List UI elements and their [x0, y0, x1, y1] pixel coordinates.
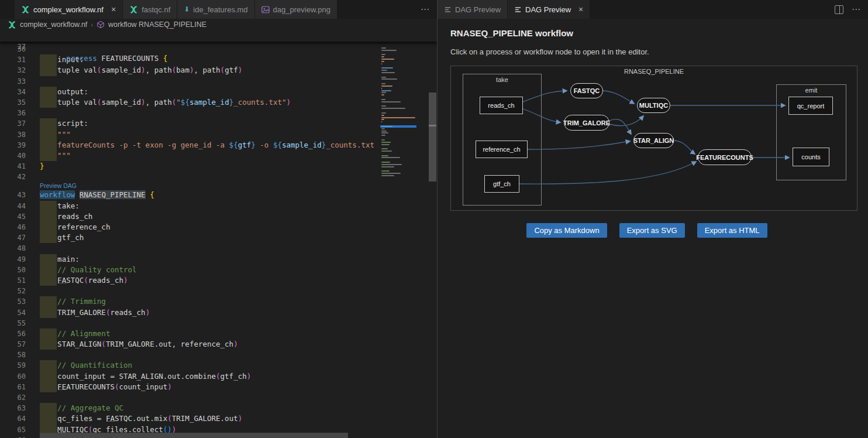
code-token[interactable]: ): [123, 276, 128, 285]
more-actions-icon[interactable]: ⋯: [852, 4, 861, 15]
split-editor-icon[interactable]: [835, 5, 843, 14]
code-token[interactable]: tuple val: [40, 98, 97, 107]
code-line-61[interactable]: 61 FEATURECOUNTS(count_input): [0, 382, 437, 392]
code-token[interactable]: _counts.txt": [233, 98, 286, 107]
code-token[interactable]: bam: [176, 66, 190, 74]
code-token[interactable]: ): [141, 98, 146, 107]
dag-node-TRIM_GALORE[interactable]: TRIM_GALORE: [564, 115, 609, 131]
code-token[interactable]: (: [216, 372, 221, 381]
code-token[interactable]: ): [146, 308, 150, 317]
dag-node-MULTIQC[interactable]: MULTIQC: [637, 98, 670, 113]
code-token[interactable]: gtf_ch: [221, 372, 247, 381]
code-token[interactable]: """: [40, 130, 71, 139]
code-token[interactable]: gtf: [225, 66, 238, 74]
code-token[interactable]: ": [176, 98, 181, 107]
code-token[interactable]: workflow: [40, 190, 75, 199]
code-line-55[interactable]: 55: [0, 318, 437, 328]
code-token[interactable]: qc_files =: [40, 414, 106, 423]
code-editor[interactable]: 27 process FEATURECOUNTS { 3031 input:32…: [0, 30, 437, 438]
code-token[interactable]: [40, 276, 57, 285]
code-token[interactable]: sample_id: [101, 66, 141, 74]
code-token[interactable]: STAR_ALIGN: [40, 340, 101, 348]
code-line-37[interactable]: 37 script:: [0, 118, 437, 129]
code-token[interactable]: -o: [256, 141, 273, 149]
code-token[interactable]: , path: [194, 66, 220, 74]
code-line-53[interactable]: 53 // Trimming: [0, 296, 437, 307]
code-token[interactable]: """: [40, 151, 71, 160]
code-line-48[interactable]: 48: [0, 243, 437, 254]
dag-node-FASTQC[interactable]: FASTQC: [570, 83, 603, 98]
code-token[interactable]: ): [141, 66, 146, 74]
breadcrumb-symbol[interactable]: workflow RNASEQ_PIPELINE: [108, 20, 206, 29]
code-token[interactable]: sample_id: [190, 98, 229, 107]
code-line-40[interactable]: 40 """: [0, 150, 437, 161]
code-line-39[interactable]: 39 featureCounts -p -t exon -g gene_id -…: [0, 140, 437, 150]
code-line-35[interactable]: 35 tuple val(sample_id), path("${sample_…: [0, 97, 437, 108]
code-line-52[interactable]: 52: [0, 286, 437, 296]
code-token[interactable]: process: [66, 54, 97, 63]
export-as-svg-button[interactable]: Export as SVG: [619, 223, 685, 238]
export-as-html-button[interactable]: Export as HTML: [697, 223, 767, 238]
dag-node-STAR_ALIGN[interactable]: STAR_ALIGN: [633, 133, 674, 148]
code-token[interactable]: TRIM_GALORE: [40, 308, 106, 317]
code-token[interactable]: (: [84, 276, 88, 285]
code-token[interactable]: ): [287, 98, 291, 107]
code-token[interactable]: }: [40, 162, 44, 170]
code-token[interactable]: // Aggregate QC: [40, 403, 123, 412]
editor-tab-fastqc-nf[interactable]: fastqc.nf: [123, 0, 177, 19]
code-token[interactable]: ${: [181, 98, 190, 107]
code-token[interactable]: ): [247, 372, 252, 381]
code-token[interactable]: reads_ch: [110, 308, 145, 317]
code-token[interactable]: ): [167, 382, 172, 391]
code-token[interactable]: reads_ch: [88, 276, 123, 285]
vertical-scrollbar-thumb[interactable]: [429, 93, 436, 182]
code-token[interactable]: .out.mix: [132, 414, 167, 423]
code-token[interactable]: (: [101, 340, 106, 348]
code-token[interactable]: count_input: [119, 382, 167, 391]
code-token[interactable]: TRIM_GALORE.out: [172, 414, 238, 423]
code-token[interactable]: ${: [229, 141, 238, 149]
codelens-preview-dag[interactable]: Preview DAG: [40, 182, 437, 190]
dag-node-FEATURECOUNTS[interactable]: FEATURECOUNTS: [698, 149, 752, 165]
code-line-45[interactable]: 45 reads_ch: [0, 211, 437, 222]
code-token[interactable]: // Quantification: [40, 361, 132, 369]
minimap[interactable]: [380, 32, 416, 431]
code-line-56[interactable]: 56 // Alignment: [0, 328, 437, 339]
breadcrumb-file[interactable]: complex_workflow.nf: [20, 20, 87, 29]
code-token[interactable]: [40, 382, 57, 391]
code-line-47[interactable]: 47 gtf_ch: [0, 232, 437, 243]
code-line-57[interactable]: 57 STAR_ALIGN(TRIM_GALORE.out, reference…: [0, 339, 437, 350]
code-line-44[interactable]: 44 take:: [0, 201, 437, 211]
code-line-46[interactable]: 46 reference_ch: [0, 222, 437, 232]
code-token[interactable]: (: [221, 66, 225, 74]
code-token[interactable]: reference_ch: [40, 223, 110, 231]
copy-as-markdown-button[interactable]: Copy as Markdown: [526, 223, 607, 238]
code-token[interactable]: ): [238, 414, 243, 423]
code-line-63[interactable]: 63 // Aggregate QC: [0, 403, 437, 413]
code-token[interactable]: TRIM_GALORE.out, reference_ch: [106, 340, 233, 348]
code-line-34[interactable]: 34 output:: [0, 87, 437, 97]
code-line-49[interactable]: 49 main:: [0, 254, 437, 265]
code-token[interactable]: {: [150, 190, 154, 199]
code-token[interactable]: (: [167, 414, 172, 423]
code-line-60[interactable]: 60 count_input = STAR_ALIGN.out.combine(…: [0, 371, 437, 382]
close-icon[interactable]: ×: [578, 5, 583, 13]
code-token[interactable]: _counts.txt: [326, 141, 378, 149]
code-line-54[interactable]: 54 TRIM_GALORE(reads_ch): [0, 307, 437, 318]
code-token[interactable]: // Trimming: [40, 297, 106, 306]
editor-tab-dag-preview-preview[interactable]: DAG Preview: [438, 0, 508, 19]
code-token[interactable]: reads_ch: [40, 212, 92, 221]
editor-tab-dag-preview-png[interactable]: dag_preview.png: [255, 0, 337, 19]
code-line-36[interactable]: 36: [0, 108, 437, 118]
code-token[interactable]: ): [233, 340, 238, 348]
editor-tab-dag-preview-preview[interactable]: DAG Preview×: [508, 0, 590, 19]
more-actions-icon[interactable]: ⋯: [421, 4, 430, 15]
code-token[interactable]: ): [238, 66, 243, 74]
dag-node-gtf_ch[interactable]: gtf_ch: [484, 175, 519, 193]
code-line-58[interactable]: 58: [0, 350, 437, 360]
code-token[interactable]: RNASEQ_PIPELINE: [80, 190, 146, 199]
editor-tab-ide-features-md[interactable]: ⬇ide_features.md: [177, 0, 254, 19]
code-token[interactable]: sample_id: [282, 141, 322, 149]
close-icon[interactable]: ×: [111, 5, 116, 13]
code-token[interactable]: take:: [40, 201, 80, 210]
